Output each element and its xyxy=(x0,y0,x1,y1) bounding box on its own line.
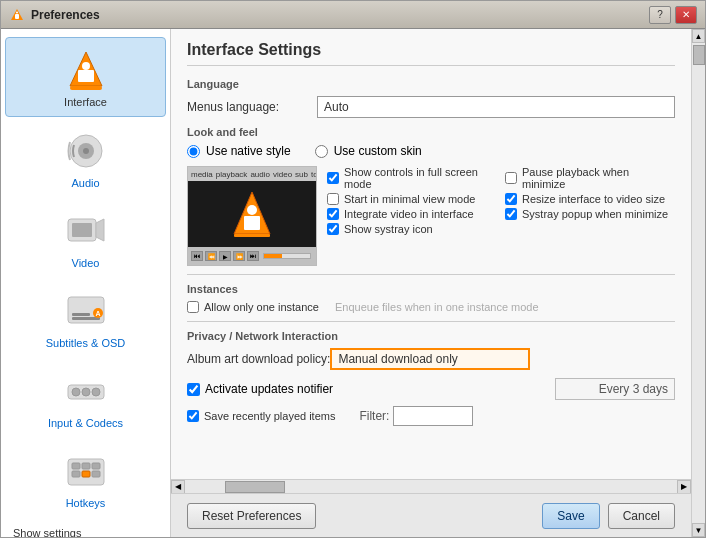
album-art-dropdown[interactable]: Manual download only xyxy=(330,348,530,370)
title-bar: Preferences ? ✕ xyxy=(1,1,705,29)
sidebar-label-interface: Interface xyxy=(64,96,107,108)
album-art-row: Album art download policy: Manual downlo… xyxy=(187,348,675,370)
sidebar-label-audio: Audio xyxy=(71,177,99,189)
save-recent-option[interactable]: Save recently played items xyxy=(187,410,335,422)
resize-interface-checkbox[interactable] xyxy=(505,193,517,205)
sidebar-item-video[interactable]: Video xyxy=(5,199,166,277)
svg-rect-13 xyxy=(72,223,92,237)
systray-popup-checkbox[interactable] xyxy=(505,208,517,220)
v-scroll-track xyxy=(692,43,705,523)
svg-rect-16 xyxy=(72,313,90,316)
minimal-view-checkbox[interactable] xyxy=(327,193,339,205)
right-panel: Interface Settings Language Menus langua… xyxy=(171,29,705,537)
allow-one-instance-label: Allow only one instance xyxy=(204,301,319,313)
updates-row: Activate updates notifier Every 3 days xyxy=(187,378,675,400)
custom-skin-option[interactable]: Use custom skin xyxy=(315,144,422,158)
svg-rect-28 xyxy=(82,471,90,477)
minimal-view-option[interactable]: Start in minimal view mode xyxy=(327,193,497,205)
main-panel: Interface Settings Language Menus langua… xyxy=(171,29,691,537)
save-recent-label: Save recently played items xyxy=(204,410,335,422)
menus-language-input[interactable] xyxy=(317,96,675,118)
svg-rect-34 xyxy=(234,234,270,237)
sidebar-item-hotkeys[interactable]: Hotkeys xyxy=(5,439,166,517)
window-title: Preferences xyxy=(31,8,649,22)
systray-popup-option[interactable]: Systray popup when minimize xyxy=(505,208,675,220)
show-controls-checkbox[interactable] xyxy=(327,172,339,184)
svg-point-6 xyxy=(82,62,90,70)
show-settings-label: Show settings xyxy=(13,527,158,537)
show-systray-option[interactable]: Show systray icon xyxy=(327,223,497,235)
privacy-label: Privacy / Network Interaction xyxy=(187,330,675,342)
vlc-cone-preview xyxy=(232,190,272,238)
svg-point-33 xyxy=(247,205,257,215)
allow-one-instance-checkbox[interactable] xyxy=(187,301,199,313)
custom-skin-radio[interactable] xyxy=(315,145,328,158)
footer-bar: Reset Preferences Save Cancel xyxy=(171,493,691,537)
svg-rect-25 xyxy=(82,463,90,469)
svg-point-2 xyxy=(16,11,18,13)
h-scroll-handle[interactable] xyxy=(225,481,285,493)
v-scroll-handle[interactable] xyxy=(693,45,705,65)
h-scroll-right-btn[interactable]: ▶ xyxy=(677,480,691,494)
hotkeys-icon xyxy=(62,447,110,495)
save-recent-checkbox[interactable] xyxy=(187,410,199,422)
native-style-radio[interactable] xyxy=(187,145,200,158)
instances-section: Instances Allow only one instance Enqueu… xyxy=(187,283,675,313)
h-scroll-left-btn[interactable]: ◀ xyxy=(171,480,185,494)
native-style-label: Use native style xyxy=(206,144,291,158)
allow-one-instance-option[interactable]: Allow only one instance xyxy=(187,301,319,313)
svg-rect-27 xyxy=(72,471,80,477)
activate-updates-label: Activate updates notifier xyxy=(205,382,333,396)
sidebar-item-audio[interactable]: Audio xyxy=(5,119,166,197)
v-scroll-up-btn[interactable]: ▲ xyxy=(692,29,705,43)
integrate-video-option[interactable]: Integrate video in interface xyxy=(327,208,497,220)
close-button[interactable]: ✕ xyxy=(675,6,697,24)
svg-rect-1 xyxy=(15,14,19,19)
save-recent-row: Save recently played items Filter: xyxy=(187,406,675,426)
cancel-button[interactable]: Cancel xyxy=(608,503,675,529)
show-systray-checkbox[interactable] xyxy=(327,223,339,235)
sidebar-label-video: Video xyxy=(72,257,100,269)
language-section-label: Language xyxy=(187,78,675,90)
help-button[interactable]: ? xyxy=(649,6,671,24)
menus-language-row: Menus language: xyxy=(187,96,675,118)
save-button[interactable]: Save xyxy=(542,503,599,529)
show-settings-section: Show settings Simple All xyxy=(5,519,166,537)
reset-preferences-button[interactable]: Reset Preferences xyxy=(187,503,316,529)
filter-label: Filter: xyxy=(359,409,389,423)
filter-input[interactable] xyxy=(393,406,473,426)
look-feel-radios: Use native style Use custom skin xyxy=(187,144,675,158)
privacy-section: Privacy / Network Interaction Album art … xyxy=(187,330,675,426)
pause-playback-option[interactable]: Pause playback when minimize xyxy=(505,166,675,190)
look-feel-section: Look and feel Use native style Use custo… xyxy=(187,126,675,266)
sidebar-label-hotkeys: Hotkeys xyxy=(66,497,106,509)
custom-skin-label: Use custom skin xyxy=(334,144,422,158)
svg-rect-24 xyxy=(72,463,80,469)
preferences-window: Preferences ? ✕ In xyxy=(0,0,706,538)
look-feel-label: Look and feel xyxy=(187,126,675,138)
svg-point-10 xyxy=(83,148,89,154)
svg-point-22 xyxy=(92,388,100,396)
svg-rect-7 xyxy=(70,86,102,90)
svg-rect-5 xyxy=(78,70,94,82)
instances-label: Instances xyxy=(187,283,675,295)
vlc-preview: media playback audio video sub tools hel… xyxy=(187,166,317,266)
integrate-video-checkbox[interactable] xyxy=(327,208,339,220)
native-style-option[interactable]: Use native style xyxy=(187,144,291,158)
sidebar-item-subtitles[interactable]: A Subtitles & OSD xyxy=(5,279,166,357)
main-content-area: Interface Audio xyxy=(1,29,705,537)
audio-icon xyxy=(62,127,110,175)
sidebar-item-interface[interactable]: Interface xyxy=(5,37,166,117)
pause-playback-checkbox[interactable] xyxy=(505,172,517,184)
svg-marker-12 xyxy=(96,219,104,241)
input-icon xyxy=(62,367,110,415)
interface-icon xyxy=(62,46,110,94)
show-controls-option[interactable]: Show controls in full screen mode xyxy=(327,166,497,190)
v-scroll-down-btn[interactable]: ▼ xyxy=(692,523,705,537)
updates-label-area: Activate updates notifier xyxy=(187,382,555,396)
sidebar-item-input[interactable]: Input & Codecs xyxy=(5,359,166,437)
resize-interface-option[interactable]: Resize interface to video size xyxy=(505,193,675,205)
activate-updates-checkbox[interactable] xyxy=(187,383,200,396)
video-icon xyxy=(62,207,110,255)
updates-frequency: Every 3 days xyxy=(555,378,675,400)
